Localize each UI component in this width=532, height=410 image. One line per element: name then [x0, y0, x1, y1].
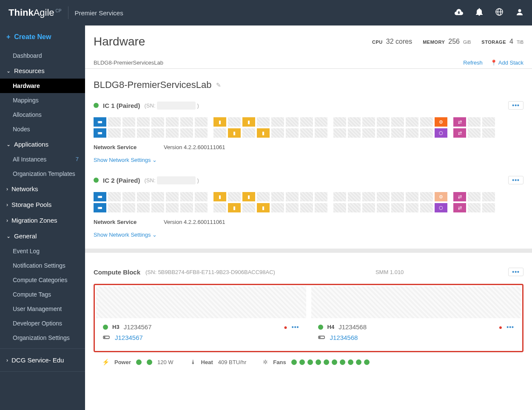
svg-point-5: [98, 122, 99, 123]
refresh-link[interactable]: Refresh: [463, 59, 483, 66]
fan-status-dots: [291, 359, 370, 365]
node-h3: H3 J1234567 ● ••• J1234567: [96, 286, 306, 350]
link-port-icon: ⇄: [453, 203, 466, 212]
status-dot: [94, 103, 99, 108]
nav-dashboard[interactable]: Dashboard: [0, 48, 85, 63]
cloud-download-icon[interactable]: [455, 8, 463, 17]
tenant-name: Premier Services: [75, 9, 123, 17]
show-network-settings-link[interactable]: Show Network Settings ⌄: [94, 155, 523, 165]
logo: ThinkAgileCP: [9, 7, 62, 18]
network-port-icon: ⬡: [435, 203, 447, 212]
chevron-down-icon: ⌄: [152, 232, 157, 238]
node-id: H3: [112, 324, 119, 330]
network-service-label: Network Service: [94, 144, 164, 150]
nav-applications[interactable]: ⌄Applications: [0, 136, 85, 152]
node-link[interactable]: J1234567: [115, 334, 143, 341]
thermometer-icon: 🌡: [190, 359, 196, 365]
nav-storage-pools[interactable]: ›Storage Pools: [0, 197, 85, 212]
page-title: Hardware: [94, 35, 361, 48]
heat-value: 409 BTU/hr: [218, 359, 246, 365]
gear-icon: ⚙: [435, 192, 447, 201]
nav-all-instances[interactable]: All Instances7: [0, 152, 85, 167]
chevron-right-icon: ›: [6, 357, 8, 363]
node-link[interactable]: J1234568: [330, 334, 358, 341]
power-icon: ⚡: [102, 359, 109, 365]
ic1-serial: (SN: XXXXXXX ): [145, 102, 199, 109]
breadcrumb[interactable]: BLDG8-PremierServicesLab: [94, 59, 163, 66]
storage-value: 4: [509, 38, 513, 45]
nav-org-settings[interactable]: Organization Settings: [0, 331, 85, 345]
nav-dcg-service[interactable]: ›DCG Service- Edu: [0, 352, 85, 368]
create-new-button[interactable]: + Create New: [0, 25, 85, 48]
main-content: Hardware CPU32 cores MEMORY256GiB STORAG…: [85, 25, 532, 410]
status-dot: [318, 325, 323, 330]
svg-point-11: [98, 208, 99, 209]
chevron-right-icon: ›: [6, 186, 8, 192]
compute-block-serial: (SN: 5B9BB274-6FB8-E711-9B23-D906BACC98A…: [145, 269, 275, 275]
cpu-label: CPU: [372, 40, 383, 45]
nav-event-log[interactable]: Event Log: [0, 244, 85, 258]
memory-value: 256: [448, 38, 460, 45]
power-label: Power: [114, 359, 131, 365]
nav-nodes[interactable]: Nodes: [0, 122, 85, 136]
node-serial: J1234567: [124, 323, 152, 331]
top-bar: ThinkAgileCP Premier Services: [0, 0, 532, 25]
nav-migration-zones[interactable]: ›Migration Zones: [0, 212, 85, 228]
nav-networks[interactable]: ›Networks: [0, 181, 85, 197]
compute-block-actions-button[interactable]: •••: [508, 268, 523, 276]
svg-point-7: [98, 133, 99, 134]
compute-port-icon: ▮: [213, 192, 226, 201]
storage-label: STORAGE: [481, 40, 506, 45]
nav-notification-settings[interactable]: Notification Settings: [0, 258, 85, 273]
fans-label: Fans: [273, 359, 286, 365]
nav-developer-options[interactable]: Developer Options: [0, 316, 85, 331]
nav-general[interactable]: ⌄General: [0, 228, 85, 244]
show-network-settings-link[interactable]: Show Network Settings ⌄: [94, 229, 523, 240]
bell-icon[interactable]: [476, 8, 483, 18]
nav-mappings[interactable]: Mappings: [0, 93, 85, 107]
node-id: H4: [327, 324, 335, 330]
ic2-name: IC 2 (Paired): [103, 177, 140, 184]
node-actions-button[interactable]: •••: [506, 324, 514, 331]
memory-label: MEMORY: [423, 40, 445, 45]
node-h4: H4 J1234568 ● ••• J1234568: [311, 286, 521, 350]
status-dot: [147, 359, 152, 365]
chevron-down-icon: ⌄: [152, 157, 157, 163]
nav-org-templates[interactable]: Organization Templates: [0, 167, 85, 181]
compute-nodes-highlighted: H3 J1234567 ● ••• J1234567 H4: [94, 284, 523, 352]
nav-resources[interactable]: ⌄Resources: [0, 63, 85, 79]
add-stack-link[interactable]: 📍 Add Stack: [490, 59, 523, 66]
svg-point-3: [518, 9, 521, 12]
heat-label: Heat: [201, 359, 213, 365]
chevron-down-icon: ⌄: [6, 233, 11, 239]
edit-icon[interactable]: ✎: [216, 82, 221, 88]
alert-icon[interactable]: ●: [499, 324, 502, 331]
ic1-name: IC 1 (Paired): [103, 102, 140, 109]
globe-icon[interactable]: [495, 8, 503, 18]
ic1-actions-button[interactable]: •••: [508, 101, 523, 110]
chevron-right-icon: ›: [6, 202, 8, 208]
nav-compute-tags[interactable]: Compute Tags: [0, 287, 85, 302]
nav-user-management[interactable]: User Management: [0, 302, 85, 316]
ic1-block: IC 1 (Paired) (SN: XXXXXXX ) ••• ▮▮ ⚙ ⇄ …: [94, 101, 523, 165]
user-icon[interactable]: [516, 8, 523, 18]
compute-block: Compute Block (SN: 5B9BB274-6FB8-E711-9B…: [85, 259, 532, 380]
ic1-port-map: ▮▮ ⚙ ⇄ ▮▮ ⬡ ⇄: [94, 117, 523, 138]
storage-port-icon: [94, 128, 106, 138]
status-dot: [94, 178, 99, 183]
node-actions-button[interactable]: •••: [292, 324, 299, 331]
nav-hardware[interactable]: Hardware: [0, 79, 85, 93]
ic2-actions-button[interactable]: •••: [508, 176, 523, 184]
alert-icon[interactable]: ●: [284, 324, 287, 331]
compute-block-title: Compute Block: [94, 269, 140, 276]
link-port-icon: ⇄: [453, 192, 466, 201]
stack-name: BLDG8-PremierServicesLab: [94, 79, 212, 90]
smm-version: SMM 1.010: [376, 269, 404, 275]
nav-allocations[interactable]: Allocations: [0, 107, 85, 122]
nav-compute-categories[interactable]: Compute Categories: [0, 273, 85, 287]
storage-port-icon: [94, 192, 106, 201]
network-port-icon: ⬡: [435, 128, 447, 138]
link-port-icon: ⇄: [453, 117, 466, 127]
compute-port-icon: ▮: [257, 203, 270, 212]
gear-icon: ⚙: [435, 117, 447, 127]
